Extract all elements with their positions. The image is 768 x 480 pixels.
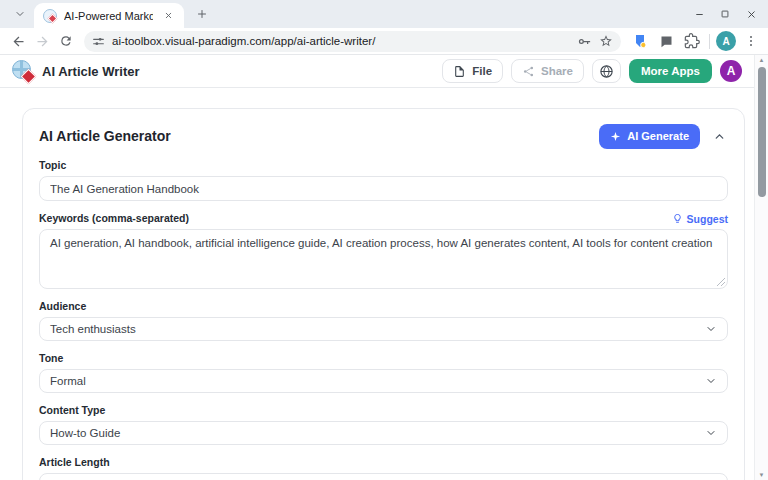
topic-field-group: Topic <box>39 159 728 201</box>
extensions-area: A <box>629 30 762 52</box>
suggest-label: Suggest <box>687 213 728 225</box>
generator-card: AI Article Generator AI Generate Topic <box>22 108 745 480</box>
keywords-label: Keywords (comma-separated) <box>39 212 189 225</box>
scrollbar-thumb[interactable] <box>758 67 766 197</box>
tab-favicon-icon <box>43 9 57 23</box>
chevron-down-icon <box>705 427 717 439</box>
browser-profile-avatar[interactable]: A <box>716 31 736 51</box>
url-bar[interactable]: ai-toolbox.visual-paradigm.com/app/ai-ar… <box>84 31 621 52</box>
lightbulb-icon <box>672 213 683 224</box>
card-title: AI Article Generator <box>39 128 171 144</box>
browser-window: AI-Powered Markdown Editor <box>0 0 768 480</box>
audience-value: Tech enthusiasts <box>50 323 136 335</box>
window-close-button[interactable] <box>738 2 764 26</box>
chevron-down-icon <box>705 375 717 387</box>
password-key-icon[interactable] <box>577 34 592 49</box>
keywords-textarea[interactable]: AI generation, AI handbook, artificial i… <box>39 229 728 289</box>
audience-label: Audience <box>39 300 728 313</box>
browser-tab[interactable]: AI-Powered Markdown Editor <box>34 3 184 28</box>
share-icon <box>522 65 535 78</box>
tab-close-icon[interactable] <box>160 8 176 24</box>
tone-value: Formal <box>50 375 86 387</box>
share-button-label: Share <box>541 65 573 77</box>
content-type-label: Content Type <box>39 404 728 417</box>
tone-field-group: Tone Formal <box>39 352 728 393</box>
user-avatar[interactable]: A <box>720 60 742 82</box>
content-type-value: How-to Guide <box>50 427 120 439</box>
file-button-label: File <box>472 65 492 77</box>
suggest-button[interactable]: Suggest <box>672 213 728 225</box>
tone-label: Tone <box>39 352 728 365</box>
tab-title: AI-Powered Markdown Editor <box>64 10 153 22</box>
audience-select[interactable]: Tech enthusiasts <box>39 317 728 341</box>
reload-button[interactable] <box>54 29 78 53</box>
window-controls <box>686 0 764 28</box>
article-length-field-group: Article Length <box>39 456 728 480</box>
more-apps-button[interactable]: More Apps <box>629 59 712 83</box>
audience-field-group: Audience Tech enthusiasts <box>39 300 728 341</box>
ai-generate-label: AI Generate <box>627 130 689 142</box>
app-title: AI Article Writer <box>42 64 442 79</box>
tone-select[interactable]: Formal <box>39 369 728 393</box>
scrollbar-up-arrow-icon[interactable]: ▲ <box>759 55 765 65</box>
page-scrollbar[interactable]: ▲ ▼ <box>754 55 768 480</box>
tab-search-chevron-icon[interactable] <box>8 2 32 26</box>
article-length-label: Article Length <box>39 456 728 469</box>
site-settings-tune-icon[interactable] <box>92 35 105 48</box>
forward-button[interactable] <box>30 29 54 53</box>
extension-bookmark-icon[interactable] <box>629 30 651 52</box>
language-globe-button[interactable] <box>592 59 621 83</box>
extensions-puzzle-icon[interactable] <box>681 30 703 52</box>
app-logo-icon <box>12 60 34 82</box>
card-header: AI Article Generator AI Generate <box>39 123 728 149</box>
tab-strip: AI-Powered Markdown Editor <box>0 0 768 28</box>
header-actions: File Share More Apps A <box>442 59 742 83</box>
article-length-select[interactable] <box>39 473 728 480</box>
chevron-down-icon <box>705 323 717 335</box>
app-header: AI Article Writer File Share More Apps A <box>0 55 768 88</box>
browser-menu-kebab-icon[interactable] <box>740 30 762 52</box>
share-button[interactable]: Share <box>511 59 584 83</box>
content-type-select[interactable]: How-to Guide <box>39 421 728 445</box>
toolbar-separator <box>709 34 710 49</box>
content-type-field-group: Content Type How-to Guide <box>39 404 728 445</box>
resize-grip-icon[interactable] <box>717 278 725 286</box>
page-content: AI Article Generator AI Generate Topic <box>0 88 768 480</box>
window-minimize-button[interactable] <box>686 2 712 26</box>
url-text[interactable]: ai-toolbox.visual-paradigm.com/app/ai-ar… <box>112 35 570 47</box>
file-icon <box>453 65 466 78</box>
extension-chat-icon[interactable] <box>655 30 677 52</box>
topic-input[interactable] <box>39 176 728 201</box>
globe-icon <box>599 64 614 79</box>
browser-toolbar: ai-toolbox.visual-paradigm.com/app/ai-ar… <box>0 28 768 55</box>
bookmark-star-icon[interactable] <box>599 34 613 48</box>
sparkle-icon <box>610 131 621 142</box>
collapse-chevron-up-icon[interactable] <box>710 127 728 145</box>
new-tab-button[interactable] <box>190 2 214 26</box>
window-maximize-button[interactable] <box>712 2 738 26</box>
topic-label: Topic <box>39 159 728 172</box>
scrollbar-down-arrow-icon[interactable]: ▼ <box>759 470 765 480</box>
keywords-field-group: Keywords (comma-separated) Suggest AI ge… <box>39 212 728 289</box>
file-button[interactable]: File <box>442 59 503 83</box>
ai-generate-button[interactable]: AI Generate <box>599 124 700 149</box>
back-button[interactable] <box>6 29 30 53</box>
